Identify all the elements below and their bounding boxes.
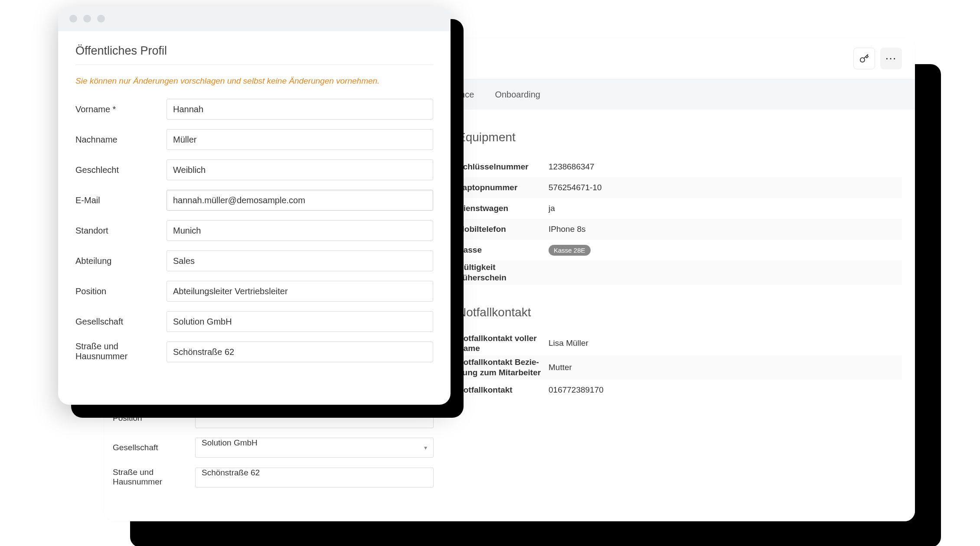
kv-val: 1238686347 xyxy=(549,162,902,172)
emergency-title: Notfallkontakt xyxy=(457,306,902,319)
kv-val: 576254671-10 xyxy=(549,183,902,192)
kv-key: Schlüsselnummer xyxy=(457,162,549,172)
kv-val: Mutter xyxy=(549,363,902,372)
row-gesellschaft: Gesellschaft Solution GmbH xyxy=(75,311,433,332)
back-input-street[interactable]: Schönstraße 62 xyxy=(195,468,434,488)
back-input-position[interactable]: Abteilungsleiter Vertriebsleiter xyxy=(195,408,434,428)
traffic-minimize-icon[interactable] xyxy=(83,15,91,23)
modal-heading: Öffentliches Profil xyxy=(75,44,433,65)
right-column: Equipment Schlüsselnummer 1238686347 Lap… xyxy=(457,130,902,400)
input-geschlecht[interactable]: Weiblich xyxy=(167,159,433,180)
traffic-maximize-icon[interactable] xyxy=(97,15,105,23)
label-geschlecht: Geschlecht xyxy=(75,165,167,175)
kv-row: Schlüsselnummer 1238686347 xyxy=(457,156,902,177)
label-email: E-Mail xyxy=(75,195,167,205)
label-nachname: Nachname xyxy=(75,135,167,145)
tab-ance[interactable]: ance xyxy=(455,90,474,100)
row-standort: Standort Munich xyxy=(75,220,433,241)
emergency-list: Notfallkontakt voller Name Lisa Müller N… xyxy=(457,332,902,400)
kv-row: Laptopnummer 576254671-10 xyxy=(457,177,902,198)
kv-key: Notfallkontakt voller Name xyxy=(457,333,549,354)
input-position[interactable]: Abteilungsleiter Vertriebsleiter xyxy=(167,281,433,302)
kv-key: Laptopnummer xyxy=(457,182,549,193)
label-standort: Standort xyxy=(75,226,167,236)
chip-kasse: Kasse 28E xyxy=(549,245,591,256)
label-position: Position xyxy=(75,286,167,296)
kv-key: Notfallkontakt Bezie­hung zum Mitarbeite… xyxy=(457,357,549,378)
kv-row: Gültigkeit Füherschein xyxy=(457,260,902,285)
kv-row: Notfallkontakt 016772389170 xyxy=(457,380,902,400)
back-input-company[interactable]: Solution GmbH xyxy=(195,438,434,458)
label-vorname: Vorname * xyxy=(75,104,167,114)
kv-val: 016772389170 xyxy=(549,385,902,395)
key-icon xyxy=(859,54,869,63)
kv-key: Gültigkeit Füherschein xyxy=(457,262,549,283)
kv-row: Notfallkontakt voller Name Lisa Müller xyxy=(457,332,902,356)
modal-window: Öffentliches Profil Sie können nur Änder… xyxy=(58,6,451,405)
notice-text: Sie können nur Änderungen vorschlagen un… xyxy=(75,76,433,86)
row-position: Position Abteilungsleiter Vertriebsleite… xyxy=(75,281,433,302)
row-nachname: Nachname Müller xyxy=(75,129,433,150)
more-icon xyxy=(885,52,897,65)
input-nachname[interactable]: Müller xyxy=(167,129,433,150)
label-strasse: Straße und Hausnummer xyxy=(75,341,167,361)
kv-row: Mobiltelefon IPhone 8s xyxy=(457,219,902,240)
row-email: E-Mail hannah.müller@demosample.com xyxy=(75,190,433,211)
kv-val: IPhone 8s xyxy=(549,224,902,234)
input-gesellschaft[interactable]: Solution GmbH xyxy=(167,311,433,332)
kv-val: Lisa Müller xyxy=(549,338,902,348)
kv-val: Kasse 28E xyxy=(549,245,902,256)
equipment-list: Schlüsselnummer 1238686347 Laptopnummer … xyxy=(457,156,902,285)
traffic-close-icon[interactable] xyxy=(69,15,77,23)
kv-row: Notfallkontakt Bezie­hung zum Mitarbeite… xyxy=(457,355,902,380)
row-vorname: Vorname * Hannah xyxy=(75,99,433,120)
kv-row: Dienstwagen ja xyxy=(457,198,902,219)
kv-key: Dienstwagen xyxy=(457,203,549,214)
kv-row: Kasse Kasse 28E xyxy=(457,240,902,260)
modal-body: Öffentliches Profil Sie können nur Änder… xyxy=(58,31,451,380)
back-label-company: Gesellschaft xyxy=(113,443,195,452)
input-vorname[interactable]: Hannah xyxy=(167,99,433,120)
kv-val: ja xyxy=(549,204,902,213)
kv-key: Mobiltelefon xyxy=(457,224,549,234)
row-strasse: Straße und Hausnummer Schönstraße 62 xyxy=(75,341,433,362)
tab-onboarding[interactable]: Onboarding xyxy=(495,90,540,100)
row-abteilung: Abteilung Sales xyxy=(75,250,433,271)
input-standort[interactable]: Munich xyxy=(167,220,433,241)
input-abteilung[interactable]: Sales xyxy=(167,250,433,271)
kv-key: Kasse xyxy=(457,245,549,255)
label-abteilung: Abteilung xyxy=(75,256,167,266)
input-strasse[interactable]: Schönstraße 62 xyxy=(167,341,433,362)
modal-titlebar xyxy=(58,6,451,31)
more-button[interactable] xyxy=(880,48,902,69)
back-label-street: Straße und Hausnummer xyxy=(113,468,195,487)
input-email[interactable]: hannah.müller@demosample.com xyxy=(167,190,433,211)
label-gesellschaft: Gesellschaft xyxy=(75,317,167,327)
equipment-title: Equipment xyxy=(457,130,902,144)
key-button[interactable] xyxy=(853,48,875,69)
back-label-position: Position xyxy=(113,413,195,423)
kv-key: Notfallkontakt xyxy=(457,385,549,395)
row-geschlecht: Geschlecht Weiblich xyxy=(75,159,433,180)
